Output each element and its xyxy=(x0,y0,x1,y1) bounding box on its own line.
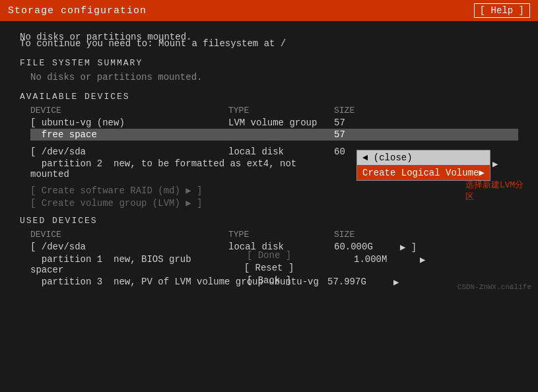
watermark: CSDN-ZnWX.cn&life xyxy=(457,283,531,291)
window-title: Storage configuration xyxy=(8,5,147,16)
create-software-raid-row[interactable]: [ Create software RAID (md) ▶ ] xyxy=(30,184,518,197)
continue-instruction: To continue you need to: Mount a filesys… xyxy=(20,38,518,49)
context-menu-close[interactable]: ◄ (close) xyxy=(357,150,490,165)
available-devices-table-header: DEVICE TYPE SIZE xyxy=(30,106,518,115)
col-header-size: SIZE xyxy=(334,106,400,115)
create-volume-group-row[interactable]: [ Create volume group (LVM) ▶ ] xyxy=(30,197,518,209)
context-menu: ◄ (close) Create Logical Volume ▶ xyxy=(356,150,490,181)
tooltip-text: 选择新建LVM分区 xyxy=(465,180,525,203)
main-content: No disks or partitions mounted. To conti… xyxy=(0,21,538,295)
filesystem-summary-section: FILE SYSTEM SUMMARY No disks or partitio… xyxy=(20,58,518,82)
no-disks-text: No disks or partitions mounted. xyxy=(30,72,518,82)
filesystem-summary-header: FILE SYSTEM SUMMARY xyxy=(20,58,518,68)
context-menu-create-logical-volume[interactable]: Create Logical Volume ▶ xyxy=(357,165,490,180)
table-row[interactable]: [ ubuntu-vg (new) LVM volume group 57 xyxy=(30,117,518,129)
arrow-icon: ▶ xyxy=(479,167,484,178)
used-devices-table-header: DEVICE TYPE SIZE xyxy=(30,230,518,240)
col-header-type: TYPE xyxy=(228,106,334,115)
arrow-icon: ▶ xyxy=(492,158,498,180)
done-button[interactable]: [ Done ] xyxy=(247,250,291,261)
available-devices-header: AVAILABLE DEVICES xyxy=(20,92,518,102)
title-bar: Storage configuration [ Help ] xyxy=(0,0,538,21)
col-header-device: DEVICE xyxy=(30,106,228,115)
used-devices-header: USED DEVICES xyxy=(20,216,518,226)
table-row[interactable]: free space 57 xyxy=(30,129,518,141)
help-button[interactable]: [ Help ] xyxy=(474,3,530,18)
col-header-device: DEVICE xyxy=(30,230,228,240)
reset-button[interactable]: [ Reset ] xyxy=(244,263,294,273)
table-row-spacer xyxy=(30,141,518,146)
col-header-type: TYPE xyxy=(228,230,334,240)
col-header-size: SIZE xyxy=(334,230,400,240)
back-button[interactable]: [ Back ] xyxy=(247,275,291,286)
footer-buttons: [ Done ] [ Reset ] [ Back ] xyxy=(0,250,538,286)
